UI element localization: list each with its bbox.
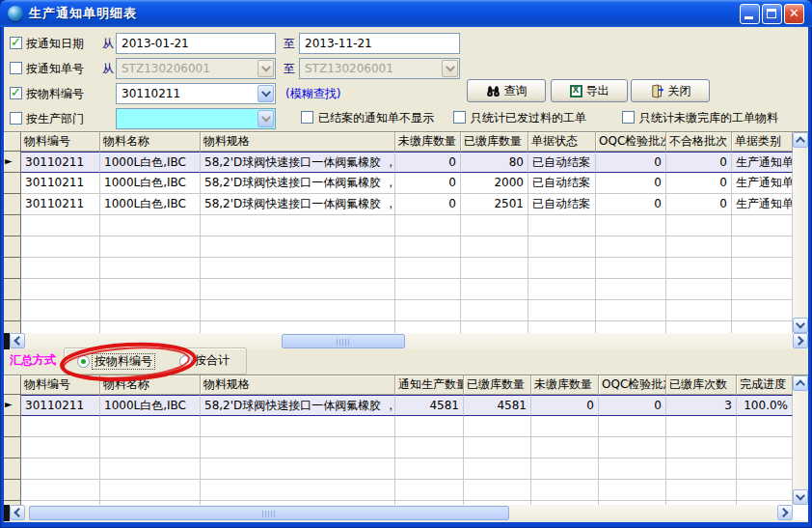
table-cell[interactable]: 1000L白色,IBC: [100, 395, 201, 416]
table-cell[interactable]: 0: [596, 173, 666, 194]
table-cell[interactable]: 3: [666, 395, 737, 416]
table-row[interactable]: ►301102111000L白色,IBC58,2'D球阀快速接口一体阀氟橡胶 ，…: [4, 395, 793, 416]
table-row[interactable]: 301102111000L白色,IBC58,2'D球阀快速接口一体阀氟橡胶 ，D…: [4, 194, 793, 215]
column-header[interactable]: 物料名称: [100, 132, 201, 152]
by-material-radio[interactable]: [77, 355, 90, 368]
by-number-checkbox[interactable]: [10, 62, 22, 74]
empty-cell: [201, 215, 395, 236]
by-date-checkbox[interactable]: [10, 37, 22, 49]
column-header[interactable]: 物料规格: [201, 132, 395, 152]
only-issued-checkbox[interactable]: [453, 111, 466, 124]
table-cell[interactable]: 生产通知单: [732, 173, 793, 194]
table-cell[interactable]: 0: [395, 152, 461, 173]
table-cell[interactable]: 0: [666, 152, 732, 173]
column-header[interactable]: 已缴库数量: [464, 375, 531, 395]
hscroll-thumb[interactable]: [29, 506, 509, 520]
table-cell[interactable]: 2501: [461, 194, 528, 215]
summary-hscrollbar[interactable]: [4, 505, 793, 521]
column-header[interactable]: 通知生产数量: [395, 375, 464, 395]
table-cell[interactable]: 30110211: [21, 173, 100, 194]
table-cell[interactable]: 0: [395, 173, 461, 194]
column-header[interactable]: 已缴库次数: [666, 375, 737, 395]
scroll-left-button[interactable]: [10, 505, 25, 520]
department-combo[interactable]: [116, 108, 276, 129]
by-department-checkbox[interactable]: [10, 112, 22, 125]
table-cell[interactable]: 1000L白色,IBC: [100, 194, 201, 215]
export-button[interactable]: 导出: [551, 79, 628, 102]
column-header[interactable]: OQC检验批次: [596, 132, 666, 152]
scroll-up-button[interactable]: [793, 375, 808, 391]
table-cell[interactable]: 4581: [464, 395, 531, 416]
scroll-down-button[interactable]: [793, 489, 808, 505]
only-unfinished-checkbox[interactable]: [622, 111, 635, 124]
column-header[interactable]: OQC检验批次: [599, 375, 666, 395]
minimize-button[interactable]: [740, 4, 760, 24]
chevron-down-icon[interactable]: [257, 85, 274, 102]
column-header[interactable]: 未缴库数量: [531, 375, 599, 395]
table-cell[interactable]: 已自动结案: [528, 152, 596, 173]
table-cell[interactable]: 80: [461, 152, 528, 173]
table-row[interactable]: 301102111000L白色,IBC58,2'D球阀快速接口一体阀氟橡胶 ，D…: [4, 173, 793, 194]
table-cell[interactable]: 1000L白色,IBC: [100, 173, 201, 194]
table-row[interactable]: ►301102111000L白色,IBC58,2'D球阀快速接口一体阀氟橡胶 ，…: [4, 152, 793, 173]
table-cell[interactable]: 30110211: [21, 152, 100, 173]
table-cell[interactable]: 0: [596, 152, 666, 173]
empty-cell: [666, 437, 737, 459]
table-cell[interactable]: 4581: [395, 395, 464, 416]
table-cell[interactable]: 已自动结案: [528, 173, 596, 194]
material-combo[interactable]: 30110211: [116, 83, 276, 104]
table-cell[interactable]: 58,2'D球阀快速接口一体阀氟橡胶 ，D: [201, 152, 395, 173]
column-header[interactable]: 物料编号: [21, 375, 100, 395]
query-button[interactable]: 查询: [467, 79, 546, 102]
column-header[interactable]: 完成进度: [737, 375, 793, 395]
table-cell[interactable]: 0: [666, 173, 732, 194]
by-total-radio[interactable]: [179, 355, 192, 368]
empty-cell: [100, 416, 201, 437]
table-cell[interactable]: 58,2'D球阀快速接口一体阀氟橡胶 ，D: [201, 173, 395, 194]
table-cell[interactable]: 生产通知单: [732, 152, 793, 173]
table-cell[interactable]: 0: [666, 194, 732, 215]
by-material-checkbox[interactable]: [10, 87, 22, 99]
table-cell[interactable]: 58,2'D球阀快速接口一体阀氟橡胶 ，D: [201, 194, 395, 215]
close-window-button[interactable]: 关闭: [631, 79, 710, 102]
table-cell[interactable]: 58,2'D球阀快速接口一体阀氟橡胶 ，D: [201, 395, 395, 416]
maximize-button[interactable]: [762, 4, 782, 24]
column-header[interactable]: 已缴库数量: [461, 132, 528, 152]
date-from-input[interactable]: [116, 33, 276, 54]
table-cell[interactable]: 100.0%: [737, 395, 793, 416]
close-button[interactable]: [784, 4, 804, 24]
table-cell[interactable]: 2000: [461, 173, 528, 194]
hscroll-thumb[interactable]: [282, 334, 405, 348]
column-header[interactable]: 不合格批次: [666, 132, 732, 152]
scroll-down-button[interactable]: [793, 318, 808, 333]
table-cell[interactable]: 0: [596, 194, 666, 215]
table-cell[interactable]: 0: [599, 395, 666, 416]
chevron-down-icon[interactable]: [257, 110, 274, 127]
column-header[interactable]: 物料名称: [100, 375, 201, 395]
column-header[interactable]: 物料规格: [201, 375, 395, 395]
table-cell[interactable]: 30110211: [21, 395, 100, 416]
scroll-up-button[interactable]: [793, 132, 808, 148]
scroll-right-button[interactable]: [793, 333, 808, 348]
table-cell[interactable]: 30110211: [21, 194, 100, 215]
column-header[interactable]: 单据状态: [528, 132, 596, 152]
by-material-radio-label[interactable]: 按物料编号: [92, 353, 155, 370]
table-cell[interactable]: 生产通知单: [732, 194, 793, 215]
summary-vscrollbar[interactable]: [793, 375, 808, 505]
column-header[interactable]: 单据类别: [732, 132, 793, 152]
column-header[interactable]: 物料编号: [21, 132, 100, 152]
by-total-radio-label[interactable]: 按合计: [195, 353, 230, 368]
empty-cell: [201, 279, 395, 300]
scroll-right-button[interactable]: [777, 505, 793, 520]
hide-closed-checkbox[interactable]: [301, 111, 313, 124]
scroll-left-button[interactable]: [10, 333, 25, 348]
title-bar[interactable]: 生产通知单明细表: [0, 0, 812, 27]
empty-cell: [461, 215, 528, 236]
table-cell[interactable]: 0: [531, 395, 599, 416]
column-header[interactable]: 未缴库数量: [395, 132, 461, 152]
table-cell[interactable]: 0: [395, 194, 461, 215]
table-cell[interactable]: 1000L白色,IBC: [100, 152, 201, 173]
date-to-input[interactable]: [299, 33, 460, 54]
table-cell[interactable]: 已自动结案: [528, 194, 596, 215]
detail-vscrollbar[interactable]: [793, 132, 808, 333]
